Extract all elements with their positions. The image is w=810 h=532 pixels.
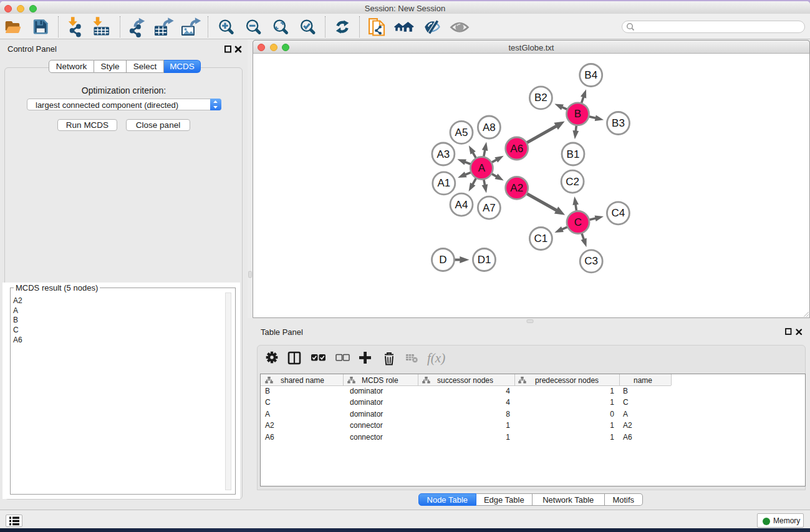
svg-text:B1: B1 [567, 148, 580, 160]
svg-text:C: C [574, 216, 582, 228]
svg-text:A: A [478, 162, 486, 174]
svg-text:B4: B4 [584, 69, 597, 81]
svg-text:A4: A4 [455, 199, 468, 211]
svg-text:A3: A3 [437, 148, 450, 160]
svg-text:C1: C1 [534, 233, 548, 244]
svg-text:B3: B3 [612, 117, 625, 129]
svg-text:A7: A7 [483, 202, 496, 214]
svg-text:D: D [439, 254, 446, 266]
svg-text:B2: B2 [534, 92, 547, 104]
svg-text:B: B [574, 108, 581, 120]
svg-text:D1: D1 [478, 254, 491, 266]
svg-text:A2: A2 [510, 182, 523, 194]
svg-text:C3: C3 [584, 255, 598, 267]
svg-text:C4: C4 [612, 207, 625, 219]
svg-text:A1: A1 [437, 177, 450, 189]
svg-text:C2: C2 [566, 176, 579, 188]
svg-text:A8: A8 [483, 122, 496, 133]
svg-text:A6: A6 [510, 143, 523, 155]
svg-text:A5: A5 [455, 127, 468, 138]
